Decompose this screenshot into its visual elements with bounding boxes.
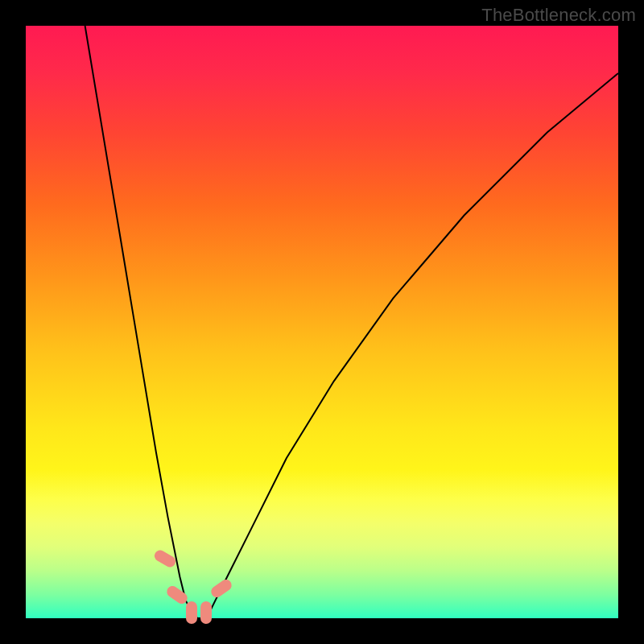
plot-area <box>26 26 618 618</box>
attribution-text: TheBottleneck.com <box>481 5 636 26</box>
bottleneck-curve <box>85 26 618 618</box>
chart-frame: TheBottleneck.com <box>0 0 644 644</box>
curve-marker <box>186 601 197 624</box>
curve-marker <box>200 601 212 624</box>
curve-layer <box>26 26 618 618</box>
